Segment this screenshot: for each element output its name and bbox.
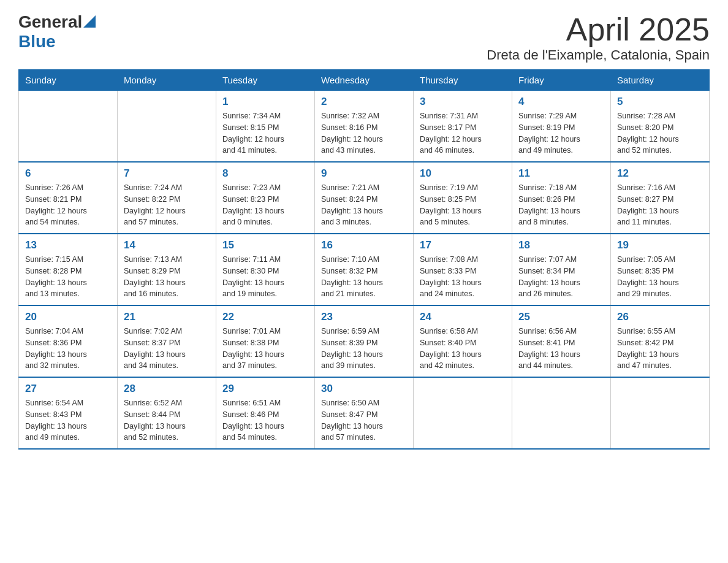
day-info: Sunrise: 7:19 AMSunset: 8:25 PMDaylight:… bbox=[420, 182, 506, 228]
day-info: Sunrise: 7:28 AMSunset: 8:20 PMDaylight:… bbox=[617, 110, 703, 156]
calendar-cell: 18Sunrise: 7:07 AMSunset: 8:34 PMDayligh… bbox=[512, 234, 611, 305]
day-number: 6 bbox=[25, 167, 111, 180]
calendar-cell: 1Sunrise: 7:34 AMSunset: 8:15 PMDaylight… bbox=[216, 91, 315, 163]
calendar-header: SundayMondayTuesdayWednesdayThursdayFrid… bbox=[19, 70, 710, 91]
svg-marker-0 bbox=[83, 15, 96, 28]
calendar-cell: 6Sunrise: 7:26 AMSunset: 8:21 PMDaylight… bbox=[19, 162, 118, 234]
day-info: Sunrise: 7:10 AMSunset: 8:32 PMDaylight:… bbox=[321, 254, 407, 300]
day-number: 3 bbox=[420, 96, 506, 108]
day-number: 20 bbox=[25, 311, 111, 323]
day-number: 27 bbox=[25, 383, 111, 395]
calendar-cell: 23Sunrise: 6:59 AMSunset: 8:39 PMDayligh… bbox=[315, 305, 414, 377]
day-info: Sunrise: 7:05 AMSunset: 8:35 PMDaylight:… bbox=[617, 254, 703, 300]
calendar-cell: 16Sunrise: 7:10 AMSunset: 8:32 PMDayligh… bbox=[315, 234, 414, 305]
day-info: Sunrise: 7:02 AMSunset: 8:37 PMDaylight:… bbox=[124, 326, 210, 372]
day-number: 2 bbox=[321, 96, 407, 108]
day-info: Sunrise: 6:56 AMSunset: 8:41 PMDaylight:… bbox=[518, 326, 604, 372]
day-number: 30 bbox=[321, 383, 407, 395]
calendar-cell: 12Sunrise: 7:16 AMSunset: 8:27 PMDayligh… bbox=[611, 162, 710, 234]
day-info: Sunrise: 6:54 AMSunset: 8:43 PMDaylight:… bbox=[25, 397, 111, 443]
calendar-cell: 2Sunrise: 7:32 AMSunset: 8:16 PMDaylight… bbox=[315, 91, 414, 163]
calendar-cell: 11Sunrise: 7:18 AMSunset: 8:26 PMDayligh… bbox=[512, 162, 611, 234]
day-info: Sunrise: 6:52 AMSunset: 8:44 PMDaylight:… bbox=[124, 397, 210, 443]
calendar-body: 1Sunrise: 7:34 AMSunset: 8:15 PMDaylight… bbox=[19, 91, 710, 450]
day-info: Sunrise: 7:04 AMSunset: 8:36 PMDaylight:… bbox=[25, 326, 111, 372]
day-number: 25 bbox=[518, 311, 604, 323]
day-number: 21 bbox=[124, 311, 210, 323]
day-info: Sunrise: 7:15 AMSunset: 8:28 PMDaylight:… bbox=[25, 254, 111, 300]
day-number: 19 bbox=[617, 239, 703, 251]
day-info: Sunrise: 6:58 AMSunset: 8:40 PMDaylight:… bbox=[420, 326, 506, 372]
calendar-cell: 25Sunrise: 6:56 AMSunset: 8:41 PMDayligh… bbox=[512, 305, 611, 377]
calendar-cell: 28Sunrise: 6:52 AMSunset: 8:44 PMDayligh… bbox=[118, 377, 216, 449]
page-subtitle: Dreta de l'Eixample, Catalonia, Spain bbox=[487, 47, 710, 63]
day-info: Sunrise: 7:29 AMSunset: 8:19 PMDaylight:… bbox=[518, 110, 604, 156]
logo-blue: Blue bbox=[18, 32, 56, 52]
header-saturday: Saturday bbox=[611, 70, 710, 91]
week-row-2: 6Sunrise: 7:26 AMSunset: 8:21 PMDaylight… bbox=[19, 162, 710, 234]
page-header: General Blue April 2025 Dreta de l'Eixam… bbox=[18, 12, 710, 63]
calendar-cell: 13Sunrise: 7:15 AMSunset: 8:28 PMDayligh… bbox=[19, 234, 118, 305]
calendar-cell: 27Sunrise: 6:54 AMSunset: 8:43 PMDayligh… bbox=[19, 377, 118, 449]
day-number: 17 bbox=[420, 239, 506, 251]
calendar-cell: 26Sunrise: 6:55 AMSunset: 8:42 PMDayligh… bbox=[611, 305, 710, 377]
day-info: Sunrise: 6:59 AMSunset: 8:39 PMDaylight:… bbox=[321, 326, 407, 372]
day-number: 4 bbox=[518, 96, 604, 108]
calendar-cell: 14Sunrise: 7:13 AMSunset: 8:29 PMDayligh… bbox=[118, 234, 216, 305]
calendar-cell: 9Sunrise: 7:21 AMSunset: 8:24 PMDaylight… bbox=[315, 162, 414, 234]
calendar-cell: 24Sunrise: 6:58 AMSunset: 8:40 PMDayligh… bbox=[414, 305, 512, 377]
day-number: 10 bbox=[420, 167, 506, 180]
day-info: Sunrise: 6:50 AMSunset: 8:47 PMDaylight:… bbox=[321, 397, 407, 443]
day-info: Sunrise: 6:55 AMSunset: 8:42 PMDaylight:… bbox=[617, 326, 703, 372]
calendar-cell: 5Sunrise: 7:28 AMSunset: 8:20 PMDaylight… bbox=[611, 91, 710, 163]
calendar-cell: 20Sunrise: 7:04 AMSunset: 8:36 PMDayligh… bbox=[19, 305, 118, 377]
day-number: 14 bbox=[124, 239, 210, 251]
day-number: 15 bbox=[222, 239, 308, 251]
day-info: Sunrise: 7:07 AMSunset: 8:34 PMDaylight:… bbox=[518, 254, 604, 300]
calendar-cell: 17Sunrise: 7:08 AMSunset: 8:33 PMDayligh… bbox=[414, 234, 512, 305]
day-number: 13 bbox=[25, 239, 111, 251]
day-info: Sunrise: 7:21 AMSunset: 8:24 PMDaylight:… bbox=[321, 182, 407, 228]
calendar-cell: 3Sunrise: 7:31 AMSunset: 8:17 PMDaylight… bbox=[414, 91, 512, 163]
calendar-cell: 8Sunrise: 7:23 AMSunset: 8:23 PMDaylight… bbox=[216, 162, 315, 234]
header-thursday: Thursday bbox=[414, 70, 512, 91]
day-number: 18 bbox=[518, 239, 604, 251]
day-number: 23 bbox=[321, 311, 407, 323]
day-number: 22 bbox=[222, 311, 308, 323]
header-row: SundayMondayTuesdayWednesdayThursdayFrid… bbox=[19, 70, 710, 91]
title-block: April 2025 Dreta de l'Eixample, Cataloni… bbox=[487, 12, 710, 63]
week-row-5: 27Sunrise: 6:54 AMSunset: 8:43 PMDayligh… bbox=[19, 377, 710, 449]
day-number: 16 bbox=[321, 239, 407, 251]
week-row-4: 20Sunrise: 7:04 AMSunset: 8:36 PMDayligh… bbox=[19, 305, 710, 377]
day-number: 28 bbox=[124, 383, 210, 395]
calendar-cell: 4Sunrise: 7:29 AMSunset: 8:19 PMDaylight… bbox=[512, 91, 611, 163]
page-title: April 2025 bbox=[487, 12, 710, 47]
calendar-cell bbox=[118, 91, 216, 163]
calendar-cell bbox=[19, 91, 118, 163]
day-number: 1 bbox=[222, 96, 308, 108]
day-info: Sunrise: 6:51 AMSunset: 8:46 PMDaylight:… bbox=[222, 397, 308, 443]
calendar-cell: 30Sunrise: 6:50 AMSunset: 8:47 PMDayligh… bbox=[315, 377, 414, 449]
day-info: Sunrise: 7:23 AMSunset: 8:23 PMDaylight:… bbox=[222, 182, 308, 228]
header-friday: Friday bbox=[512, 70, 611, 91]
day-number: 24 bbox=[420, 311, 506, 323]
day-number: 29 bbox=[222, 383, 308, 395]
day-info: Sunrise: 7:01 AMSunset: 8:38 PMDaylight:… bbox=[222, 326, 308, 372]
header-sunday: Sunday bbox=[19, 70, 118, 91]
calendar-cell: 15Sunrise: 7:11 AMSunset: 8:30 PMDayligh… bbox=[216, 234, 315, 305]
week-row-1: 1Sunrise: 7:34 AMSunset: 8:15 PMDaylight… bbox=[19, 91, 710, 163]
day-number: 7 bbox=[124, 167, 210, 180]
week-row-3: 13Sunrise: 7:15 AMSunset: 8:28 PMDayligh… bbox=[19, 234, 710, 305]
day-info: Sunrise: 7:13 AMSunset: 8:29 PMDaylight:… bbox=[124, 254, 210, 300]
header-monday: Monday bbox=[118, 70, 216, 91]
day-number: 26 bbox=[617, 311, 703, 323]
day-info: Sunrise: 7:08 AMSunset: 8:33 PMDaylight:… bbox=[420, 254, 506, 300]
calendar-cell bbox=[414, 377, 512, 449]
day-info: Sunrise: 7:26 AMSunset: 8:21 PMDaylight:… bbox=[25, 182, 111, 228]
logo-triangle-icon bbox=[83, 15, 96, 28]
day-info: Sunrise: 7:31 AMSunset: 8:17 PMDaylight:… bbox=[420, 110, 506, 156]
day-number: 12 bbox=[617, 167, 703, 180]
calendar-cell bbox=[512, 377, 611, 449]
calendar-cell: 21Sunrise: 7:02 AMSunset: 8:37 PMDayligh… bbox=[118, 305, 216, 377]
day-info: Sunrise: 7:24 AMSunset: 8:22 PMDaylight:… bbox=[124, 182, 210, 228]
